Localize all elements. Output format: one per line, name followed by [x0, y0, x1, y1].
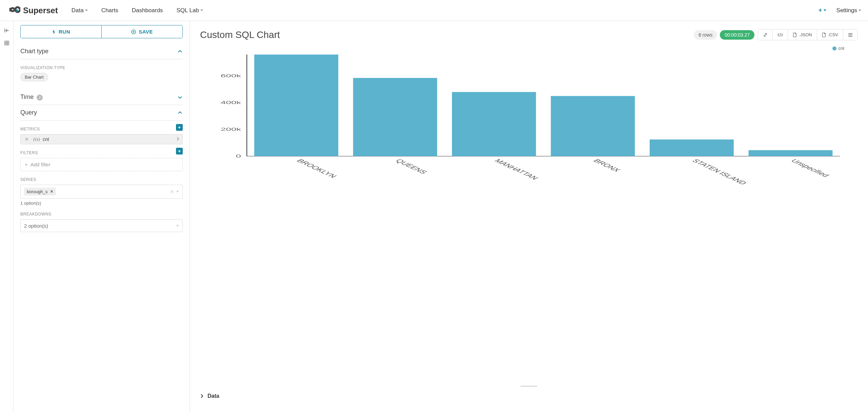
add-filter-placeholder[interactable]: + Add filter — [20, 158, 183, 171]
chart-toolbar: .JSON .CSV — [758, 29, 858, 40]
link-button[interactable] — [758, 29, 773, 40]
svg-text:600k: 600k — [221, 73, 241, 78]
bar-Unspecified[interactable] — [749, 150, 833, 156]
info-icon: i — [37, 95, 43, 101]
viz-type-pill[interactable]: Bar Chart — [20, 73, 48, 81]
viz-type-label: VISUALIZATION TYPE — [20, 65, 183, 70]
bar-MANHATTAN[interactable] — [452, 92, 536, 156]
chevron-down-icon — [859, 9, 861, 11]
settings-menu[interactable]: Settings — [836, 7, 861, 14]
row-count-badge: 6 rows — [694, 30, 717, 40]
csv-button[interactable]: .CSV — [817, 29, 843, 40]
chevron-right-icon[interactable] — [176, 137, 180, 142]
hamburger-icon — [848, 33, 853, 37]
chevron-down-icon — [85, 9, 88, 11]
bolt-icon — [52, 29, 56, 34]
svg-text:QUEENS: QUEENS — [394, 158, 429, 175]
remove-metric-icon[interactable]: ✕ — [23, 137, 30, 142]
svg-text:BRONX: BRONX — [591, 158, 623, 173]
nav-charts[interactable]: Charts — [101, 7, 118, 14]
metric-item[interactable]: ✕ ƒ(x) cnt — [20, 134, 183, 144]
series-select[interactable]: borough_s ✕ ✕ — [20, 185, 183, 199]
run-save-group: RUN SAVE — [20, 25, 183, 38]
collapse-icon[interactable] — [4, 28, 9, 34]
data-panel-toggle[interactable]: Data — [200, 388, 858, 404]
clear-select-icon[interactable]: ✕ — [170, 189, 174, 194]
file-icon — [793, 33, 797, 37]
plus-icon: + — [818, 7, 822, 14]
svg-text:BROOKLYN: BROOKLYN — [295, 158, 339, 179]
svg-text:200k: 200k — [221, 127, 241, 132]
run-button[interactable]: RUN — [21, 25, 102, 38]
nav-dashboards[interactable]: Dashboards — [132, 7, 163, 14]
svg-point-0 — [16, 9, 18, 12]
nav-data[interactable]: Data — [72, 7, 88, 14]
json-button[interactable]: .JSON — [788, 29, 817, 40]
svg-text:MANHATTAN: MANHATTAN — [492, 158, 540, 181]
brand-text: Superset — [23, 6, 58, 15]
svg-text:Unspecified: Unspecified — [789, 158, 831, 178]
chevron-down-icon — [176, 191, 179, 192]
nav-sqllab[interactable]: SQL Lab — [176, 7, 203, 14]
breakdowns-placeholder: 2 option(s) — [24, 223, 48, 229]
bar-STATEN ISLAND[interactable] — [650, 140, 734, 156]
chevron-down-icon — [824, 9, 826, 11]
bar-BROOKLYN[interactable] — [254, 55, 338, 156]
infinity-icon — [7, 6, 20, 15]
left-rail — [0, 21, 14, 412]
chart-legend[interactable]: cnt — [832, 46, 844, 51]
bar-BRONX[interactable] — [551, 96, 635, 156]
grid-icon[interactable] — [4, 40, 9, 47]
series-label: SERIES — [20, 177, 183, 182]
chart-title[interactable]: Custom SQL Chart — [200, 29, 694, 40]
control-panel: RUN SAVE Chart type VISUALIZATION TYPE B… — [14, 21, 190, 412]
chevron-down-icon — [176, 225, 179, 227]
svg-text:400k: 400k — [221, 100, 241, 105]
chevron-up-icon — [177, 49, 183, 54]
bar-QUEENS[interactable] — [353, 78, 437, 156]
legend-swatch — [832, 46, 836, 50]
metrics-label: METRICS — [20, 127, 40, 131]
brand-logo[interactable]: Superset — [7, 6, 58, 15]
remove-tag-icon[interactable]: ✕ — [50, 189, 53, 194]
code-icon — [777, 33, 783, 37]
menu-button[interactable] — [843, 29, 857, 40]
chevron-up-icon — [177, 110, 183, 116]
embed-button[interactable] — [773, 29, 788, 40]
resize-handle[interactable] — [520, 386, 537, 387]
chevron-down-icon — [200, 9, 203, 11]
fx-icon: ƒ(x) — [33, 137, 40, 142]
chart-area: Custom SQL Chart 6 rows 00:00:03.27 .JSO… — [190, 21, 868, 412]
chevron-right-icon — [200, 394, 204, 398]
metric-name: cnt — [43, 137, 174, 142]
nav-links: Data Charts Dashboards SQL Lab — [72, 7, 818, 14]
top-nav: Superset Data Charts Dashboards SQL Lab … — [0, 0, 868, 21]
query-timer-badge: 00:00:03.27 — [720, 30, 754, 40]
time-section-header[interactable]: Time i — [20, 89, 183, 105]
svg-text:0: 0 — [236, 153, 241, 159]
series-option-count: 1 option(s) — [20, 201, 183, 206]
chart-type-title: Chart type — [20, 48, 48, 55]
series-tag: borough_s ✕ — [24, 188, 56, 195]
query-section-header[interactable]: Query — [20, 105, 183, 121]
plus-icon: + — [25, 162, 28, 167]
legend-label: cnt — [839, 46, 844, 51]
link-icon — [763, 33, 768, 37]
add-menu-button[interactable]: + — [818, 7, 826, 14]
time-title: Time i — [20, 94, 43, 101]
breakdowns-label: BREAKDOWNS — [20, 212, 183, 217]
chevron-down-icon — [177, 95, 183, 100]
svg-text:STATEN ISLAND: STATEN ISLAND — [690, 158, 749, 186]
save-button[interactable]: SAVE — [102, 25, 182, 38]
breakdowns-select[interactable]: 2 option(s) — [20, 219, 183, 232]
bar-chart: 0200k400k600kBROOKLYNQUEENSMANHATTANBRON… — [203, 51, 854, 193]
add-filter-button[interactable]: + — [176, 148, 183, 154]
add-metric-button[interactable]: + — [176, 124, 183, 131]
file-icon — [822, 33, 826, 37]
plus-circle-icon — [131, 29, 136, 34]
query-title: Query — [20, 109, 37, 116]
filters-label: FILTERS — [20, 150, 38, 155]
chart-type-section-header[interactable]: Chart type — [20, 44, 183, 59]
